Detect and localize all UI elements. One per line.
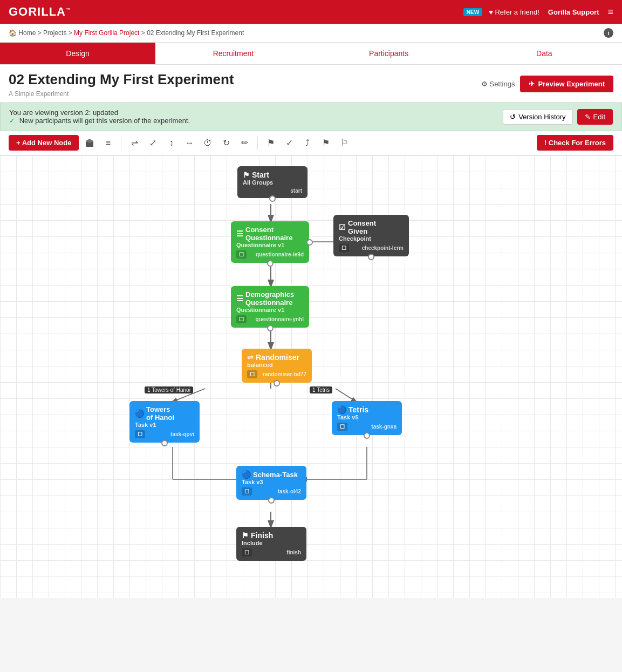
demo-q-connector-bottom[interactable] [267,325,274,331]
consent-q-id: questionnaire-ie9d [256,252,304,257]
edge-label-tetris: 1 Tetris [310,386,332,393]
toolbar-icon-refresh[interactable]: ↻ [218,135,234,151]
preview-experiment-button[interactable]: ✈ Preview Experiment [520,76,613,92]
toolbar-icon-flag3[interactable]: ⚐ [337,135,352,151]
consent-given-connector-bottom[interactable] [368,254,374,260]
toolbar-icon-list[interactable]: ≡ [100,135,115,151]
toolbar-icon-cube[interactable] [82,135,97,151]
node-consent-given[interactable]: ☑ ConsentGiven Checkpoint ☐ checkpoint-l… [333,215,409,256]
toolbar-icon-share[interactable]: ⤢ [145,135,160,151]
consent-q-connector-bottom[interactable] [267,260,274,267]
edit-icon: ✎ [585,113,591,121]
tetris-connector-bottom[interactable] [364,432,370,439]
randomiser-icon: ⇌ [247,353,254,362]
tab-recruitment[interactable]: Recruitment [155,43,311,64]
version-history-icon: ↺ [510,113,516,121]
schema-footer-icon: ☐ [242,487,252,495]
toolbar-icon-sort[interactable]: ↕ [163,135,179,151]
consent-q-title: ConsentQuestionnaire [245,226,292,242]
toolbar-icon-export[interactable]: ⤴ [300,135,315,151]
tetris-subtitle: Task v5 [337,414,397,420]
experiment-canvas[interactable]: ⚑ Start All Groups start ☰ ConsentQuesti… [0,155,622,598]
schema-title: Schema-Task [253,471,298,479]
node-demographics-questionnaire[interactable]: ☰ DemographicsQuestionnaire Questionnair… [231,286,309,328]
randomiser-id: randomiser-bd77 [263,371,306,377]
preview-icon: ✈ [529,80,535,88]
consent-given-subtitle: Checkpoint [339,235,404,242]
consent-given-id: checkpoint-lcrm [362,245,404,251]
towers-title: Towersof Hanoi [146,405,174,422]
toolbar-icon-shuffle[interactable]: ⇌ [127,135,142,151]
edge-label-towers: 1 Towers of Hanoi [145,386,193,393]
finish-subtitle: Include [242,540,301,546]
gorilla-support-link[interactable]: Gorilla Support [548,8,599,16]
check-icon: ✓ [9,117,15,125]
towers-icon: 🔵 [135,409,144,418]
toolbar-icon-flag1[interactable]: ⚑ [263,135,278,151]
hamburger-menu[interactable]: ≡ [607,6,613,18]
start-node-id: start [243,188,302,194]
toolbar-separator-1 [121,137,121,150]
consent-given-footer-icon: ☐ [339,244,349,252]
randomiser-title: Randomiser [256,353,299,362]
breadcrumb-experiment: 02 Extending My First Experiment [147,29,244,37]
info-icon[interactable]: i [604,28,613,38]
toolbar-icon-flag2[interactable]: ⚑ [318,135,333,151]
demo-q-footer-icon: ☐ [236,315,247,323]
breadcrumb: 🏠 Home > Projects > My First Gorilla Pro… [0,24,622,43]
consent-given-title: ConsentGiven [348,219,376,235]
breadcrumb-home[interactable]: 🏠 Home [9,29,36,37]
breadcrumb-my-project[interactable]: My First Gorilla Project [74,29,139,37]
consent-q-footer-icon: ☐ [236,250,247,259]
toolbar-icon-timer[interactable]: ⏱ [200,135,215,151]
schema-id: task-ol42 [278,488,301,494]
consent-q-subtitle: Questionnaire v1 [236,242,304,248]
node-consent-questionnaire[interactable]: ☰ ConsentQuestionnaire Questionnaire v1 … [231,221,309,263]
experiment-subtitle: A Simple Experiment [9,90,481,98]
randomiser-connector-bottom[interactable] [274,380,280,386]
tetris-icon: 🔵 [337,405,346,414]
schema-connector-bottom[interactable] [268,497,275,504]
add-new-node-button[interactable]: + Add New Node [9,135,79,151]
breadcrumb-projects[interactable]: Projects [43,29,66,37]
start-node-icon: ⚑ [243,171,250,179]
randomiser-footer-icon: ☐ [247,370,257,378]
tab-participants[interactable]: Participants [311,43,467,64]
start-node-title: Start [252,171,269,179]
settings-button[interactable]: ⚙ Settings [481,80,515,88]
node-schema-task[interactable]: 🔵 Schema-Task Task v3 ☐ task-ol42 [236,466,306,500]
demo-q-subtitle: Questionnaire v1 [236,307,304,313]
demo-q-id: questionnaire-ynhl [256,316,304,322]
toolbar-icon-exchange[interactable]: ↔ [182,135,197,151]
node-finish[interactable]: ⚑ Finish Include ☐ finish [236,527,306,561]
app-logo: GORILLA™ [9,5,71,19]
start-node-connector-bottom[interactable] [269,195,276,202]
node-tetris[interactable]: 🔵 Tetris Task v5 ☐ task-gnxa [332,401,402,435]
towers-footer-icon: ☐ [135,430,145,438]
version-actions: ↺ Version History ✎ Edit [503,109,613,125]
finish-icon: ⚑ [242,531,249,540]
consent-q-connector-right[interactable] [306,239,313,246]
node-towers-of-hanoi[interactable]: 🔵 Towersof Hanoi Task v1 ☐ task-qpvi [129,401,200,443]
tabs-bar: Design Recruitment Participants Data [0,43,622,65]
tetris-footer-icon: ☐ [337,423,347,431]
toolbar-icon-check[interactable]: ✓ [282,135,297,151]
edit-button[interactable]: ✎ Edit [577,109,613,125]
tetris-title: Tetris [348,405,368,414]
node-start[interactable]: ⚑ Start All Groups start [237,166,307,198]
tab-design[interactable]: Design [0,43,155,64]
experiment-title: 02 Extending My First Experiment [9,71,481,88]
towers-subtitle: Task v1 [135,422,194,428]
start-node-subtitle: All Groups [243,179,302,186]
version-history-button[interactable]: ↺ Version History [503,109,572,125]
node-randomiser[interactable]: ⇌ Randomiser balanced ☐ randomiser-bd77 [242,349,312,383]
towers-connector-bottom[interactable] [161,440,168,446]
consent-given-icon: ☑ [339,223,346,232]
check-errors-button[interactable]: ! Check For Errors [537,135,613,151]
finish-footer-icon: ☐ [242,548,252,556]
schema-icon: 🔵 [242,470,251,479]
demo-q-icon: ☰ [236,294,243,303]
tab-data[interactable]: Data [467,43,622,64]
toolbar-icon-pencil[interactable]: ✏ [237,135,252,151]
refer-friend-link[interactable]: ♥ Refer a friend! [489,8,539,16]
